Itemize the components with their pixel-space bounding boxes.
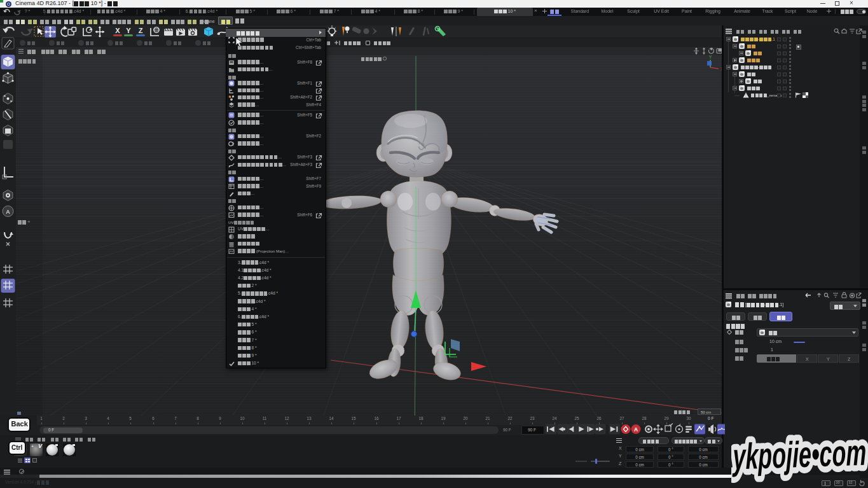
svg-text:A: A	[634, 426, 638, 433]
svg-text:Y: Y	[126, 27, 131, 34]
svg-text:A: A	[6, 209, 10, 215]
svg-text:ykpojie•com: ykpojie•com	[732, 432, 867, 477]
svg-text:X: X	[115, 27, 120, 34]
svg-text:Z: Z	[139, 27, 143, 34]
